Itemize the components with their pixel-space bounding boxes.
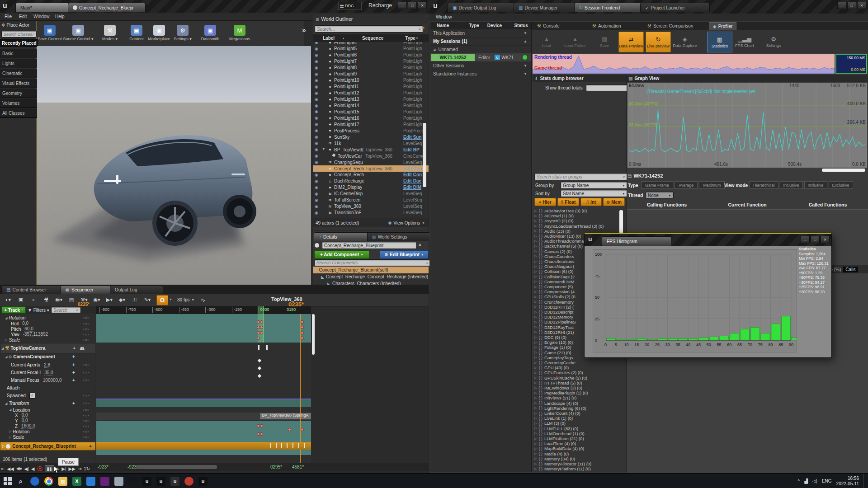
stats-group-row[interactable]: ▷{ }HTTPThread (5) (0) [534,380,582,385]
stats-group-row[interactable]: ▷{ }Memory (34) (0) [534,456,575,461]
expand-icon[interactable]: ▷ [534,462,537,466]
track-transform[interactable]: ◢Transform+‹○› [0,399,95,407]
tab-project-launcher[interactable]: ➶ Project Launcher [640,3,710,12]
outliner-row[interactable]: ◉≋TopView_360LevelSeq [313,203,429,210]
track-area-spawned[interactable] [96,399,311,407]
fps-histogram-tab[interactable]: FPS Histogram [602,236,671,246]
search-icon[interactable]: ⌕ [16,477,25,486]
profiler-settings-button[interactable]: ⚙Settings [761,32,786,52]
caret-icon[interactable]: ▷ [2,444,5,448]
category-visual-effects[interactable]: Visual Effects [0,79,38,88]
thread-dropdown[interactable]: None▼ [646,192,674,199]
expand-icon[interactable]: ▷ [534,235,537,238]
expand-icon[interactable]: ▷ [534,442,537,446]
keyframe-white[interactable] [258,374,261,378]
expand-icon[interactable]: ▷ [534,417,537,420]
track-value[interactable]: 60,0 [24,326,33,332]
fps-histogram-plot[interactable]: 0510152025303540455055606570758085901007… [593,249,797,352]
stats-group-row[interactable]: ▷{ }D3D12RayTrac [534,325,574,330]
caret-icon[interactable]: ◢ [5,355,7,359]
keyframe-nav-icons[interactable]: ‹○› [83,333,89,337]
app-purple-icon[interactable] [100,477,109,486]
outliner-row[interactable]: ◉♦PointLight15PointLigh [313,108,429,115]
stats-group-row[interactable]: ▷{ }Compression (4 [534,289,575,294]
keyframe[interactable] [257,432,260,436]
tab-blueprint[interactable]: Concept_Recharge_Bluepr [68,3,146,12]
add-key-icon[interactable]: + [72,370,75,375]
jump-to-end-button[interactable]: ⇥ [78,466,81,471]
track-scale[interactable]: ▷Scale‹○› [0,337,95,343]
stats-group-row[interactable]: ▷{ }ChaosIterations [534,259,574,264]
profiler-statistics-button[interactable]: ▥Statistics [707,32,732,52]
expand-icon[interactable]: ▷ [534,320,537,324]
add-key-icon[interactable]: + [72,378,75,383]
jump-to-start-button[interactable]: ⇤ [1,466,5,471]
app-blue-icon[interactable] [86,477,95,486]
outliner-row[interactable]: ◉≋ChargingSequLevelSeq [313,159,429,165]
menu-window[interactable]: Window [33,14,50,19]
outliner-row[interactable]: ◉♦PointLight14PointLigh [313,103,429,109]
caret-icon[interactable]: ▷ [5,338,7,342]
chevron-icon[interactable]: ▼ [524,72,527,76]
visibility-eye-icon[interactable]: ◉ [313,78,320,83]
stats-group-row[interactable]: ▷{ }BackChannel (5) (0) [534,244,583,249]
stats-group-row[interactable]: ▷{ }MapBuildData (4) (0) [534,446,584,451]
filter-float-button[interactable]: ⎍Float [557,198,579,206]
keyframe-nav-icons[interactable]: ‹○› [83,394,89,398]
show-thread-totals-input[interactable] [586,84,627,91]
keyframe-nav-icons[interactable]: ‹○› [83,401,89,405]
expand-icon[interactable]: ▷ [534,229,537,233]
menu-file[interactable]: File [5,14,12,19]
visibility-eye-icon[interactable]: ◉ [313,198,320,202]
outliner-col-sequence[interactable]: Sequence [362,36,383,41]
expand-icon[interactable]: ▷ [534,386,537,390]
track-roll[interactable]: Roll0,0‹○› [0,321,95,326]
track-spawned[interactable]: Spawned✓‹○› [0,392,95,399]
graph-h-scrollbar[interactable] [822,169,865,172]
expand-icon[interactable]: ▷ [534,275,537,278]
expand-icon[interactable]: ▷ [534,422,537,425]
visibility-eye-icon[interactable]: ◉ [313,173,320,177]
expand-icon[interactable]: ▷ [534,371,537,375]
stats-group-row[interactable]: ▷{ }LLMPlatform (21) (0) [534,436,584,441]
profiler-load-folder-button[interactable]: ▲Load Folder [560,32,590,52]
session-group-other-sessions[interactable]: Other Sessions▼ [430,62,531,70]
chevron-icon[interactable]: ▲ [524,39,527,43]
stats-group-row[interactable]: ▷{ }GeometryCache [534,360,576,365]
stats-search-input[interactable]: Search stats or groups ⌕ [534,173,627,180]
visibility-eye-icon[interactable]: ◉ [313,211,320,215]
type-game-frame-button[interactable]: Game Frame [641,181,673,189]
outliner-row[interactable]: ◉♦PointLight12PointLigh [313,90,429,96]
edit-icon[interactable]: ✎▾ [142,296,153,304]
expand-icon[interactable]: ▷ [534,376,537,380]
outliner-row[interactable]: ◉≋ToFullScreenLevelSeq [313,197,429,203]
expand-icon[interactable]: ▷ [534,325,537,329]
chrome-icon[interactable] [44,477,53,486]
track-location[interactable]: ◢Location‹○› [0,407,95,413]
outliner-row[interactable]: ◉♦PointLight11PointLigh [313,84,429,90]
keyframe[interactable] [260,424,263,427]
visibility-eye-icon[interactable]: ◉ [313,84,320,89]
outliner-row[interactable]: ◉♦PointLight10PointLigh [313,77,429,84]
selection-range[interactable] [258,306,264,314]
track-scale[interactable]: ▷Scale‹○› [0,434,95,440]
stats-group-row[interactable]: ▷{ }CommandListM [534,279,574,284]
keyframe[interactable] [301,337,304,340]
start-button[interactable] [4,477,12,485]
profiler-save-button[interactable]: ▦Save [592,32,617,52]
visibility-eye-icon[interactable]: ◉ [313,185,320,190]
obs-icon[interactable] [128,477,137,486]
visibility-eye-icon[interactable]: ◉ [313,97,320,102]
snap-options-chevron[interactable]: ▼ [169,298,172,301]
expand-icon[interactable]: ▷ [534,209,537,213]
outliner-view-options[interactable]: View Options [393,221,420,225]
tray-network-icon[interactable]: ▟ [804,479,808,483]
view-mode-inclusive-1-button[interactable]: Inclusive [780,181,803,189]
keyframe-nav-icons[interactable]: ‹○› [83,322,89,326]
snap-magnet-icon[interactable]: Ω [156,295,168,305]
toolbar-settings[interactable]: ⚙Settings ▾ [172,22,193,44]
visibility-eye-icon[interactable]: ◉ [313,179,320,183]
keyframe[interactable] [257,337,260,340]
edit-blueprint-button[interactable]: ⚙ Edit Blueprint▼ [380,250,429,259]
outliner-row[interactable]: ◉♦PointLight8PointLigh [313,65,429,71]
